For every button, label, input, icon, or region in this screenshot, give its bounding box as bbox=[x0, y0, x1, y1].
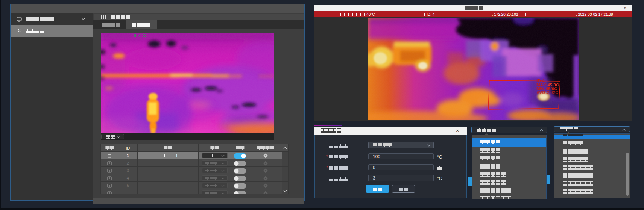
svg-text:AVG:28/2C: AVG:28/2C bbox=[536, 90, 559, 95]
svg-text:-9.7°C: -9.7°C bbox=[132, 33, 146, 38]
